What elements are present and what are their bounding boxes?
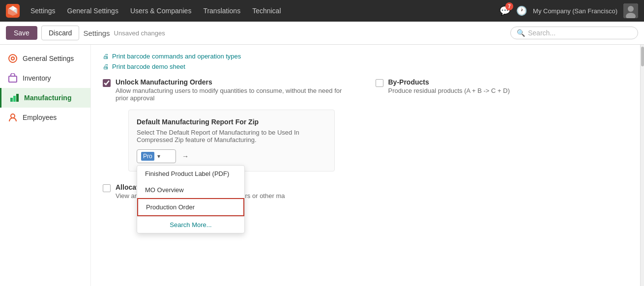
svg-point-8	[11, 57, 14, 60]
navbar-technical[interactable]: Technical	[247, 4, 286, 18]
navbar-right: 💬 7 🕐 My Company (San Francisco)	[499, 3, 638, 18]
inventory-icon	[8, 73, 18, 83]
sidebar-label-general: General Settings	[23, 55, 74, 62]
unlock-orders-title: Unlock Manufacturing Orders	[116, 78, 356, 86]
dropdown-item-finished-product[interactable]: Finished Product Label (PDF)	[137, 166, 244, 182]
unlock-orders-description: Allow manufacturing users to modify quan…	[116, 87, 356, 102]
sidebar-item-general[interactable]: General Settings	[0, 49, 90, 68]
dropdown-item-search-more[interactable]: Search More...	[137, 216, 244, 233]
svg-point-6	[628, 6, 634, 12]
config-title: Default Manufacturing Report For Zip	[137, 118, 326, 126]
svg-rect-10	[9, 76, 17, 82]
navbar-users-companies[interactable]: Users & Companies	[125, 4, 197, 18]
navbar-general-settings[interactable]: General Settings	[62, 4, 123, 18]
unlock-orders-checkbox[interactable]	[103, 79, 111, 87]
content-area: 🖨 Print barcode commands and operation t…	[91, 45, 640, 286]
dropdown-selected-value: Pro	[141, 152, 154, 161]
sidebar-label-manufacturing: Manufacturing	[24, 94, 71, 102]
svg-point-9	[9, 55, 17, 62]
by-products-block: By-Products Produce residual products (A…	[376, 78, 629, 94]
user-avatar[interactable]	[623, 3, 638, 18]
dropdown-arrow-icon: ▾	[157, 153, 160, 160]
search-input[interactable]	[528, 29, 632, 37]
printer-icon-1: 🖨	[103, 53, 109, 60]
scrollbar-thumb[interactable]	[641, 47, 644, 66]
svg-rect-12	[13, 96, 16, 102]
dropdown-item-mo-overview[interactable]: MO Overview	[137, 182, 244, 198]
navbar-translations[interactable]: Translations	[198, 4, 245, 18]
by-products-checkbox[interactable]	[376, 79, 383, 87]
search-box[interactable]: 🔍	[510, 27, 638, 39]
dropdown-menu: Finished Product Label (PDF) MO Overview…	[137, 165, 245, 233]
unlock-orders-text: Unlock Manufacturing Orders Allow manufa…	[116, 78, 356, 172]
svg-rect-13	[16, 94, 19, 102]
page-title: Settings	[83, 29, 110, 37]
sidebar: General Settings Inventory Manufacturing	[0, 45, 91, 286]
print-barcode-demo-link[interactable]: Print barcode demo sheet	[112, 63, 185, 70]
navbar: Settings General Settings Users & Compan…	[0, 0, 644, 22]
app-logo[interactable]	[6, 4, 20, 18]
report-dropdown-field[interactable]: Pro ▾	[137, 149, 176, 163]
allocation-checkbox[interactable]	[103, 184, 111, 192]
svg-point-14	[11, 114, 15, 118]
by-products-title: By-Products	[388, 78, 510, 86]
scrollbar-track[interactable]	[640, 45, 644, 286]
external-link-button[interactable]: →	[180, 151, 191, 161]
save-button[interactable]: Save	[6, 26, 37, 40]
report-dropdown-row: Pro ▾ →	[137, 149, 326, 163]
by-products-text: By-Products Produce residual products (A…	[388, 78, 510, 94]
sidebar-item-employees[interactable]: Employees	[0, 108, 90, 127]
sidebar-item-inventory[interactable]: Inventory	[0, 68, 90, 88]
printer-icon-2: 🖨	[103, 63, 109, 70]
sidebar-label-inventory: Inventory	[23, 74, 51, 82]
discard-button[interactable]: Discard	[41, 26, 79, 40]
sidebar-label-employees: Employees	[23, 114, 57, 121]
print-barcode-commands-link[interactable]: Print barcode commands and operation typ…	[112, 53, 241, 60]
notification-badge: 7	[505, 2, 513, 10]
unlock-orders-block: Unlock Manufacturing Orders Allow manufa…	[103, 78, 356, 172]
barcode-link-1[interactable]: 🖨 Print barcode commands and operation t…	[103, 53, 628, 60]
main-layout: General Settings Inventory Manufacturing	[0, 45, 644, 286]
by-products-description: Produce residual products (A + B -> C + …	[388, 87, 510, 94]
notifications-button[interactable]: 💬 7	[499, 5, 510, 16]
general-settings-icon	[8, 54, 18, 63]
config-desc: Select The Default Report of Manufacturi…	[137, 129, 326, 143]
company-name[interactable]: My Company (San Francisco)	[533, 7, 617, 15]
clock-icon: 🕐	[516, 6, 527, 16]
sidebar-item-manufacturing[interactable]: Manufacturing	[0, 88, 90, 108]
search-icon: 🔍	[517, 29, 525, 37]
clock-button[interactable]: 🕐	[516, 5, 527, 16]
employees-icon	[8, 113, 18, 122]
svg-rect-11	[10, 98, 13, 102]
barcode-link-2[interactable]: 🖨 Print barcode demo sheet	[103, 63, 628, 70]
unsaved-changes-label: Unsaved changes	[114, 29, 165, 37]
toolbar: Save Discard Settings Unsaved changes 🔍	[0, 22, 644, 45]
default-report-config: Default Manufacturing Report For Zip Sel…	[128, 110, 335, 172]
setting-row-unlock: Unlock Manufacturing Orders Allow manufa…	[103, 78, 628, 172]
dropdown-item-production-order[interactable]: Production Order	[137, 198, 244, 216]
unlock-orders-checkbox-wrap[interactable]	[103, 79, 111, 88]
navbar-app-name[interactable]: Settings	[26, 4, 60, 18]
manufacturing-icon	[9, 93, 19, 103]
